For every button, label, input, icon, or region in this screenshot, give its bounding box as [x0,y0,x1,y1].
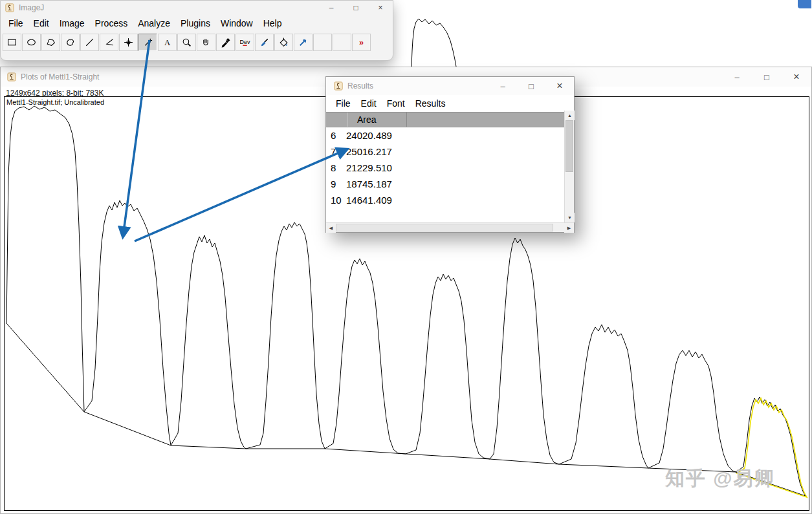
flood-fill-tool-icon [278,37,289,48]
scroll-down-arrow-icon[interactable]: ▼ [565,213,575,222]
imagej-titlebar: ImageJ – □ × [1,1,393,15]
wand-tool-icon [142,37,153,48]
oval-tool[interactable] [22,34,41,51]
flood-fill-tool[interactable] [274,34,293,51]
maximize-button[interactable]: □ [517,77,545,95]
close-button[interactable]: × [368,1,393,15]
background-plot-fragment [393,0,812,67]
scroll-right-arrow-icon[interactable]: ▶ [564,223,574,233]
rectangle-tool[interactable] [3,34,21,51]
minimize-button[interactable]: – [722,67,752,87]
dropper-tool-icon [220,37,231,48]
results-titlebar: Results – □ × [326,77,574,95]
angle-tool-icon [104,37,115,48]
text-tool[interactable]: A [158,34,177,51]
menu-image[interactable]: Image [54,17,90,30]
results-window: Results – □ × FileEditFontResults Area 6… [325,76,575,233]
scroll-up-arrow-icon[interactable]: ▲ [565,111,575,120]
area-column-header: Area [348,112,407,127]
row-number: 9 [326,178,344,189]
background-curve-fragment [411,19,456,67]
menu-file[interactable]: File [3,17,28,30]
line-tool[interactable] [80,34,99,51]
area-value: 25016.217 [344,146,392,157]
results-row-7[interactable]: 725016.217 [326,144,564,160]
close-button[interactable]: × [782,67,811,87]
watermark: 知乎 @易卿 [665,466,775,492]
spare-tool-2[interactable] [333,34,351,51]
zoom-tool-icon [181,37,192,48]
dropper-tool[interactable] [216,34,235,51]
plot-calibration-label: Mettl1-Straight.tif; Uncalibrated [6,98,104,106]
menu-process[interactable]: Process [90,17,133,30]
results-menu-edit[interactable]: Edit [356,97,382,110]
freehand-tool-icon [65,37,76,48]
results-window-title: Results [347,81,373,91]
vertical-scrollbar-thumb[interactable] [565,120,573,172]
oval-tool-icon [26,37,37,48]
minimize-button[interactable]: – [319,1,344,15]
hand-tool[interactable] [197,34,215,51]
brush-tool[interactable] [255,34,274,51]
close-button[interactable]: × [545,77,574,95]
results-table-header: Area [326,112,564,127]
text-tool-icon: A [162,37,173,48]
imagej-icon [7,72,16,81]
polygon-tool[interactable] [41,34,60,51]
results-row-10[interactable]: 1014641.409 [326,192,564,208]
wand-tool[interactable] [138,34,157,51]
results-menu-file[interactable]: File [331,97,356,110]
menu-edit[interactable]: Edit [28,17,54,30]
imagej-menubar: FileEditImageProcessAnalyzePluginsWindow… [1,15,393,32]
results-row-8[interactable]: 821229.510 [326,160,564,176]
results-row-6[interactable]: 624020.489 [326,127,564,144]
dev-tool[interactable]: Dev [236,34,254,51]
spare-tool-2-icon [336,37,347,48]
arrow-tool[interactable] [294,34,313,51]
horizontal-scrollbar[interactable]: ◀ ▶ [326,222,574,232]
spare-tool-1-icon [317,37,328,48]
line-tool-icon [84,37,95,48]
menu-analyze[interactable]: Analyze [133,17,175,30]
freehand-tool[interactable] [61,34,80,51]
zoom-tool[interactable] [177,34,196,51]
imagej-window-title: ImageJ [19,3,44,12]
maximize-button[interactable]: □ [344,1,368,15]
imagej-main-window: ImageJ – □ × FileEditImageProcessAnalyze… [0,0,393,61]
hand-tool-icon [201,37,212,48]
results-menubar: FileEditFontResults [326,95,574,112]
svg-text:Dev: Dev [239,39,250,45]
area-value: 18745.187 [344,178,392,189]
results-menu-results[interactable]: Results [410,97,451,110]
point-tool[interactable] [119,34,138,51]
more-tools-icon: » [356,37,367,48]
imagej-icon [5,3,14,12]
angle-tool[interactable] [100,34,118,51]
menu-window[interactable]: Window [215,17,258,30]
results-table-body: 624020.489725016.217821229.510918745.187… [326,127,564,222]
imagej-toolbar: ADev» [1,32,393,53]
area-value: 21229.510 [344,162,392,173]
row-number: 8 [326,162,344,173]
results-menu-font[interactable]: Font [382,97,410,110]
row-number: 10 [326,195,344,206]
scroll-left-arrow-icon[interactable]: ◀ [326,223,336,233]
results-row-9[interactable]: 918745.187 [326,176,564,192]
point-tool-icon [123,37,134,48]
row-number: 6 [326,130,344,141]
polygon-tool-icon [45,37,56,48]
maximize-button[interactable]: □ [752,67,782,87]
area-value: 24020.489 [344,130,392,141]
horizontal-scrollbar-thumb[interactable] [336,224,553,231]
menu-help[interactable]: Help [258,17,287,30]
svg-text:»: » [359,37,364,47]
minimize-button[interactable]: – [488,77,517,95]
rectangle-tool-icon [6,37,17,48]
vertical-scrollbar[interactable]: ▲ ▼ [564,111,574,222]
plots-window-title: Plots of Mettl1-Straight [21,72,99,81]
menu-plugins[interactable]: Plugins [175,17,215,30]
spare-tool-1[interactable] [313,34,332,51]
row-number-column-header [326,112,348,127]
more-tools[interactable]: » [352,34,371,51]
svg-text:A: A [164,38,171,47]
